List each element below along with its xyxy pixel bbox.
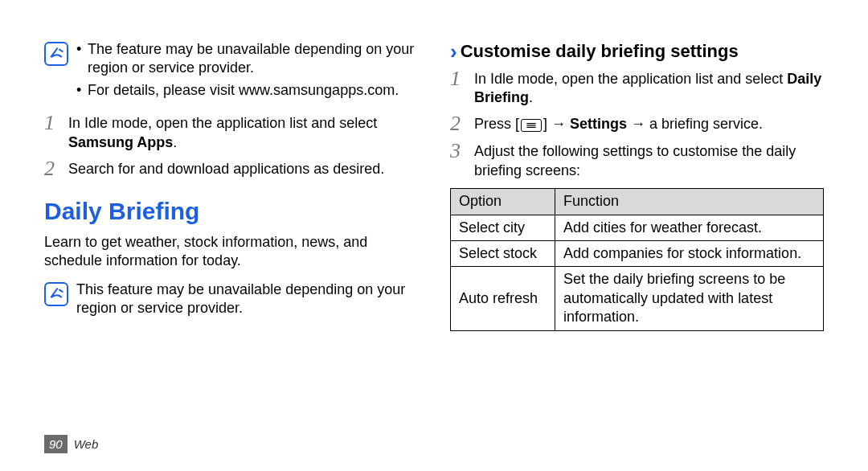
menu-key-icon <box>521 119 542 132</box>
note-box-1: The feature may be unavailable depending… <box>44 40 418 103</box>
step-pre: Press [ <box>474 116 519 132</box>
section-heading: Daily Briefing <box>44 195 418 227</box>
right-column: › Customise daily briefing settings 1 In… <box>450 40 824 331</box>
steps-list-left: 1 In Idle mode, open the application lis… <box>44 114 418 179</box>
function-cell: Add cities for weather forecast. <box>555 215 824 240</box>
table-row: Select stock Add companies for stock inf… <box>451 240 824 266</box>
step-item: 3 Adjust the following settings to custo… <box>450 142 824 180</box>
note-body: The feature may be unavailable depending… <box>76 40 418 103</box>
note-text: This feature may be unavailable dependin… <box>76 281 418 318</box>
table-header-function: Function <box>555 189 824 215</box>
page-body: The feature may be unavailable depending… <box>0 0 868 331</box>
note-bullet: For details, please visit www.samsungapp… <box>76 81 418 100</box>
step-number: 3 <box>450 141 466 162</box>
table-row: Select city Add cities for weather forec… <box>451 215 824 240</box>
option-cell: Select stock <box>451 240 555 266</box>
page-number: 90 <box>44 435 68 454</box>
step-text: Adjust the following settings to customi… <box>474 142 824 180</box>
step-post: . <box>173 134 177 150</box>
step-number: 1 <box>44 113 60 133</box>
subsection-heading: › Customise daily briefing settings <box>450 40 824 63</box>
table-row: Auto refresh Set the daily briefing scre… <box>451 267 824 330</box>
note-icon <box>44 42 68 66</box>
step-item: 2 Press [] → Settings → a briefing servi… <box>450 115 824 134</box>
subhead-text: Customise daily briefing settings <box>461 40 739 63</box>
left-column: The feature may be unavailable depending… <box>44 40 418 331</box>
chevron-icon: › <box>450 41 457 62</box>
table-header-option: Option <box>451 189 555 215</box>
step-bold: Samsung Apps <box>68 134 173 150</box>
step-text: In Idle mode, open the application list … <box>474 70 824 108</box>
footer-section: Web <box>74 436 99 453</box>
step-post: . <box>529 89 533 105</box>
function-cell: Set the daily briefing screens to be aut… <box>555 267 824 330</box>
step-pre: In Idle mode, open the application list … <box>474 71 787 87</box>
option-cell: Select city <box>451 215 555 240</box>
step-item: 2 Search for and download applications a… <box>44 160 418 179</box>
step-text: In Idle mode, open the application list … <box>68 114 418 152</box>
step-number: 2 <box>44 158 60 179</box>
step-post: → a briefing service. <box>627 116 763 132</box>
step-pre: In Idle mode, open the application list … <box>68 115 377 131</box>
note-box-2: This feature may be unavailable dependin… <box>44 281 418 318</box>
note-bullet: The feature may be unavailable depending… <box>76 40 418 78</box>
step-number: 1 <box>450 68 466 89</box>
step-arrow: ] → <box>543 116 570 132</box>
section-description: Learn to get weather, stock information,… <box>44 233 418 271</box>
step-item: 1 In Idle mode, open the application lis… <box>44 114 418 152</box>
step-bold: Settings <box>570 116 627 132</box>
step-text: Search for and download applications as … <box>68 160 418 178</box>
note-icon <box>44 282 68 306</box>
page-footer: 90 Web <box>44 435 98 454</box>
option-cell: Auto refresh <box>451 267 555 330</box>
steps-list-right: 1 In Idle mode, open the application lis… <box>450 70 824 181</box>
step-item: 1 In Idle mode, open the application lis… <box>450 70 824 108</box>
step-number: 2 <box>450 113 466 134</box>
step-text: Press [] → Settings → a briefing service… <box>474 115 824 133</box>
options-table: Option Function Select city Add cities f… <box>450 188 824 330</box>
function-cell: Add companies for stock information. <box>555 240 824 266</box>
